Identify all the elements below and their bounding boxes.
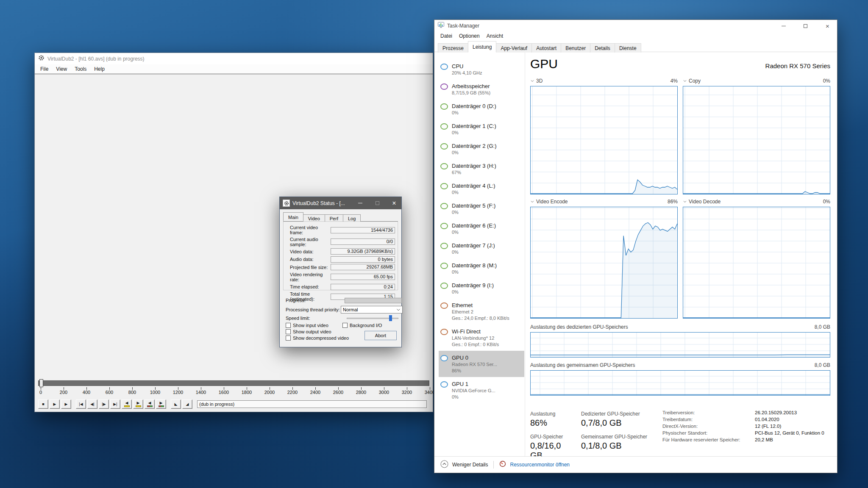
- sidebar-item-gpu-1[interactable]: GPU 1NVIDIA GeForce G...0%: [439, 377, 524, 403]
- sidebar-item-text: Datenträger 8 (M:)0%: [452, 262, 497, 275]
- sidebar-item-datentr-ger-3-h[interactable]: Datenträger 3 (H:)67%: [439, 159, 524, 179]
- sidebar-item-datentr-ger-5-f[interactable]: Datenträger 5 (F:)0%: [439, 199, 524, 219]
- stop-button[interactable]: ■: [38, 399, 48, 409]
- dialog-close-button[interactable]: ×: [387, 197, 401, 209]
- mark-out-button[interactable]: ◢: [182, 399, 192, 409]
- sidebar-item-datentr-ger-8-m[interactable]: Datenträger 8 (M:)0%: [439, 258, 524, 278]
- tab-prozesse[interactable]: Prozesse: [438, 43, 468, 53]
- go-start-button[interactable]: |◀: [76, 399, 86, 409]
- mark-out-icon: ◢: [186, 402, 189, 406]
- virtualdub-menu-help[interactable]: Help: [90, 65, 108, 73]
- sidebar-item-datentr-ger-0-d[interactable]: Datenträger 0 (D:)0%: [439, 99, 524, 119]
- shared-memory-chart[interactable]: [530, 370, 830, 396]
- abort-button[interactable]: Abort: [364, 331, 397, 340]
- progress-bar: [345, 298, 402, 303]
- prev-keyframe-button[interactable]: ◀: [122, 399, 132, 409]
- sidebar-item-wi-fi-direct[interactable]: Wi-Fi DirectLAN-Verbindung* 12Ges.: 0 Em…: [439, 324, 524, 351]
- less-details-toggle[interactable]: Weniger Details: [452, 462, 488, 468]
- next-scene-button[interactable]: ▶: [156, 399, 166, 409]
- dialog-maximize-button[interactable]: [370, 197, 384, 209]
- dialog-tab-video[interactable]: Video: [303, 214, 325, 222]
- io-checkboxes: Background I/O: [342, 323, 396, 329]
- tab-autostart[interactable]: Autostart: [531, 43, 561, 53]
- checkbox-box[interactable]: [286, 336, 291, 341]
- ruler-tick-label: 1200: [170, 390, 186, 395]
- checkbox-box[interactable]: [286, 323, 291, 328]
- go-end-button[interactable]: ▶|: [110, 399, 120, 409]
- checkbox-show-decompressed-video[interactable]: Show decompressed video: [286, 336, 349, 341]
- sidebar-item-title: Datenträger 3 (H:): [452, 162, 496, 169]
- gpu-video-decode-chart[interactable]: [683, 207, 830, 319]
- step-back-button[interactable]: ◀|: [87, 399, 97, 409]
- virtualdub-menu-file[interactable]: File: [36, 65, 52, 73]
- sidebar-item-cpu[interactable]: CPU20% 4,10 GHz: [439, 59, 524, 79]
- tab-leistung[interactable]: Leistung: [468, 41, 496, 53]
- field-label: Audio data:: [290, 257, 331, 262]
- dialog-minimize-button[interactable]: [353, 197, 367, 209]
- open-resource-monitor-link[interactable]: Ressourcenmonitor öffnen: [510, 462, 570, 468]
- dialog-title: VirtualDub2 Status - [...: [292, 200, 351, 206]
- dialog-tab-main[interactable]: Main: [283, 212, 303, 221]
- sidebar-item-subtitle: Ges.: 24,0 Empf.: 8,0 KBit/s: [452, 315, 509, 322]
- sidebar-item-datentr-ger-1-c[interactable]: Datenträger 1 (C:)0%: [439, 119, 524, 139]
- virtualdub-menu-view[interactable]: View: [52, 65, 71, 73]
- gpu-video-encode-chart[interactable]: [530, 207, 678, 319]
- sidebar-item-title: GPU 1: [452, 380, 495, 388]
- scene-accent-icon: [159, 405, 164, 407]
- tab-details[interactable]: Details: [590, 43, 615, 53]
- sidebar-item-ethernet[interactable]: EthernetEthernet 2Ges.: 24,0 Empf.: 8,0 …: [439, 298, 524, 324]
- maximize-button[interactable]: [796, 20, 815, 32]
- tab-benutzer[interactable]: Benutzer: [561, 43, 590, 53]
- checkbox-show-output-video[interactable]: Show output video: [286, 329, 331, 334]
- taskmanager-menu-optionen[interactable]: Optionen: [456, 32, 483, 40]
- sidebar-item-datentr-ger-2-g[interactable]: Datenträger 2 (G:)0%: [439, 139, 524, 159]
- sidebar-item-subtitle: Ethernet 2: [452, 309, 509, 315]
- prev-scene-button[interactable]: ◀: [145, 399, 155, 409]
- gpu-3d-chart[interactable]: [530, 86, 678, 194]
- checkbox-box[interactable]: [342, 323, 348, 328]
- speed-limit-handle[interactable]: [389, 315, 392, 321]
- sidebar-item-datentr-ger-9-i[interactable]: Datenträger 9 (I:)0%: [439, 278, 524, 298]
- datentr-ger-8-m-thumbnail-icon: [440, 263, 448, 269]
- play-input-button[interactable]: ▶: [50, 399, 60, 409]
- checkbox-show-input-video[interactable]: Show input video: [286, 323, 328, 328]
- checkbox-background-i-o[interactable]: Background I/O: [342, 323, 382, 328]
- sidebar-item-datentr-ger-6-e[interactable]: Datenträger 6 (E:)0%: [439, 219, 524, 238]
- step-forward-button[interactable]: |▶: [99, 399, 109, 409]
- detail-label: Treiberversion:: [662, 410, 755, 415]
- dialog-tab-log[interactable]: Log: [343, 214, 361, 222]
- virtualdub-menu-tools[interactable]: Tools: [71, 65, 90, 73]
- collapse-circle-icon[interactable]: [440, 460, 448, 470]
- status-fields-group: Current video frame:1544/4736Current aud…: [283, 222, 398, 290]
- gpu-copy-chart[interactable]: [683, 86, 830, 194]
- dialog-tab-perf[interactable]: Perf: [325, 214, 343, 222]
- checkbox-box[interactable]: [286, 329, 291, 334]
- field-value: 0/0: [331, 238, 395, 245]
- sidebar-item-arbeitsspeicher[interactable]: Arbeitsspeicher8,7/15,9 GB (55%): [439, 79, 524, 99]
- taskmanager-menu-ansicht[interactable]: Ansicht: [483, 32, 506, 40]
- taskmanager-titlebar[interactable]: Task-Manager ×: [434, 20, 837, 32]
- mark-in-icon: ◣: [175, 402, 178, 406]
- ruler-tick-label: 200: [55, 390, 72, 395]
- cpu-thumbnail-icon: [440, 64, 448, 70]
- position-slider[interactable]: [38, 380, 429, 386]
- sidebar-item-datentr-ger-4-l[interactable]: Datenträger 4 (L:)0%: [439, 179, 524, 199]
- sidebar-item-datentr-ger-7-j[interactable]: Datenträger 7 (J:)0%: [439, 238, 524, 258]
- tab-dienste[interactable]: Dienste: [615, 43, 641, 53]
- detail-label: Für Hardware reservierter Speicher:: [662, 437, 755, 442]
- priority-dropdown[interactable]: Normal: [341, 306, 403, 313]
- gpu-memory-label: GPU-Speicher: [530, 434, 571, 440]
- taskmanager-menu-datei[interactable]: Datei: [437, 32, 456, 40]
- mark-in-button[interactable]: ◣: [171, 399, 181, 409]
- next-keyframe-button[interactable]: ▶: [133, 399, 143, 409]
- minimize-button[interactable]: [774, 20, 793, 32]
- ruler-tick-label: 1400: [192, 390, 209, 395]
- dedicated-memory-chart[interactable]: [530, 332, 830, 358]
- virtualdub-titlebar[interactable]: VirtualDub2 - [hl1 60.avs] (dub in progr…: [35, 53, 433, 64]
- close-button[interactable]: ×: [818, 20, 837, 32]
- tab-app-verlauf[interactable]: App-Verlauf: [496, 43, 532, 53]
- play-output-button[interactable]: ▶: [61, 399, 71, 409]
- dialog-titlebar[interactable]: VirtualDub2 Status - [... ×: [280, 197, 401, 209]
- sidebar-item-gpu-0[interactable]: GPU 0Radeon RX 570 Ser...86%: [439, 351, 524, 377]
- field-value: 0:24: [331, 284, 395, 290]
